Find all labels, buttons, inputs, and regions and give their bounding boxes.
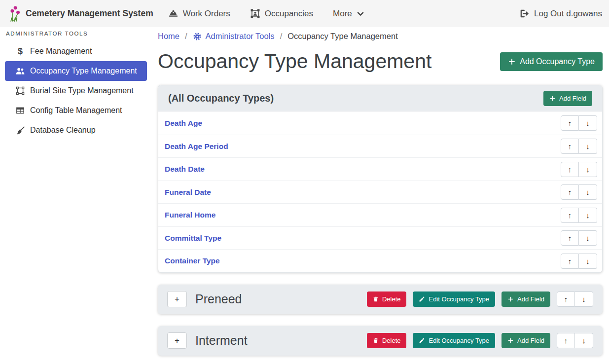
top-navbar: Cemetery Management System Work Orders xyxy=(0,0,609,27)
edit-occupancy-type-label: Edit Occupancy Type xyxy=(429,337,489,344)
section-actions: Delete Edit Occupancy Type Add Field ↑ xyxy=(367,291,593,307)
add-field-button[interactable]: Add Field xyxy=(502,291,550,307)
move-down-button[interactable]: ↓ xyxy=(579,184,597,200)
sidebar-item-label: Occupancy Type Management xyxy=(30,67,137,75)
logout-button[interactable]: Log Out d.gowans xyxy=(519,8,602,19)
move-down-button[interactable]: ↓ xyxy=(579,254,597,269)
plus-icon xyxy=(549,95,556,102)
arrow-up-icon: ↑ xyxy=(568,211,572,219)
broom-icon xyxy=(15,126,26,135)
dollar-icon: $ xyxy=(15,47,26,56)
navbar-right: Log Out d.gowans xyxy=(519,8,602,19)
move-up-button[interactable]: ↑ xyxy=(561,115,579,131)
field-link[interactable]: Container Type xyxy=(165,256,220,265)
plus-icon xyxy=(508,58,516,66)
app-brand[interactable]: Cemetery Management System xyxy=(7,5,153,22)
vector-square-icon xyxy=(15,86,26,95)
move-down-button[interactable]: ↓ xyxy=(579,162,597,177)
move-up-button[interactable]: ↑ xyxy=(557,333,575,348)
move-down-button[interactable]: ↓ xyxy=(579,139,597,154)
reorder-button-group: ↑ ↓ xyxy=(561,139,597,154)
move-up-button[interactable]: ↑ xyxy=(561,230,579,246)
nav-item-label: Work Orders xyxy=(183,9,230,19)
gear-icon xyxy=(193,32,202,41)
sidebar-item-database-cleanup[interactable]: Database Cleanup xyxy=(5,120,147,140)
add-field-button[interactable]: Add Field xyxy=(502,333,550,348)
move-up-button[interactable]: ↑ xyxy=(561,139,579,154)
edit-occupancy-type-button[interactable]: Edit Occupancy Type xyxy=(413,333,495,348)
move-up-button[interactable]: ↑ xyxy=(561,184,579,200)
move-down-button[interactable]: ↓ xyxy=(579,115,597,131)
field-link[interactable]: Committal Type xyxy=(165,234,221,243)
main-content: Home / Administrator Tools / Occupancy T… xyxy=(153,27,609,364)
expand-button[interactable]: + xyxy=(167,291,187,307)
delete-button[interactable]: Delete xyxy=(367,333,407,348)
sidebar: ADMINISTRATOR TOOLS $ Fee Management Occ… xyxy=(0,27,153,364)
pencil-icon xyxy=(419,337,425,344)
arrow-down-icon: ↓ xyxy=(582,295,586,303)
arrow-down-icon: ↓ xyxy=(586,211,590,219)
arrow-up-icon: ↑ xyxy=(568,165,572,174)
delete-label: Delete xyxy=(382,295,401,303)
arrow-up-icon: ↑ xyxy=(564,295,568,303)
move-down-button[interactable]: ↓ xyxy=(579,208,597,223)
arrow-up-icon: ↑ xyxy=(568,119,572,127)
sections-container: + Preneed Delete Edit xyxy=(158,285,603,356)
arrow-down-icon: ↓ xyxy=(586,234,590,242)
move-down-button[interactable]: ↓ xyxy=(575,291,593,307)
sidebar-item-config-table-management[interactable]: Config Table Management xyxy=(5,101,147,120)
reorder-button-group: ↑ ↓ xyxy=(557,291,593,307)
arrow-down-icon: ↓ xyxy=(586,188,590,196)
trash-icon xyxy=(373,337,379,344)
move-down-button[interactable]: ↓ xyxy=(579,230,597,246)
arrow-down-icon: ↓ xyxy=(586,119,590,127)
arrow-up-icon: ↑ xyxy=(568,188,572,196)
nav-item-occupancies[interactable]: Occupancies xyxy=(250,8,313,19)
field-row: Death Date ↑ ↓ xyxy=(158,157,602,181)
field-link[interactable]: Death Age xyxy=(165,119,202,128)
field-link[interactable]: Funeral Home xyxy=(165,211,215,219)
edit-occupancy-type-button[interactable]: Edit Occupancy Type xyxy=(413,291,495,307)
add-field-label: Add Field xyxy=(517,295,544,303)
expand-button[interactable]: + xyxy=(167,332,187,349)
move-up-button[interactable]: ↑ xyxy=(561,254,579,269)
add-field-button[interactable]: Add Field xyxy=(543,91,592,106)
reorder-button-group: ↑ ↓ xyxy=(561,254,597,269)
move-up-button[interactable]: ↑ xyxy=(561,208,579,223)
breadcrumb: Home / Administrator Tools / Occupancy T… xyxy=(158,32,603,41)
sidebar-item-fee-management[interactable]: $ Fee Management xyxy=(5,41,147,61)
plus-icon xyxy=(507,296,514,302)
sidebar-item-label: Config Table Management xyxy=(30,106,122,115)
table-icon xyxy=(15,107,26,114)
sidebar-item-burial-site-type-management[interactable]: Burial Site Type Management xyxy=(5,81,147,101)
arrow-up-icon: ↑ xyxy=(568,234,572,242)
delete-button[interactable]: Delete xyxy=(367,291,407,307)
breadcrumb-admin-tools-link[interactable]: Administrator Tools xyxy=(193,32,275,41)
move-down-button[interactable]: ↓ xyxy=(575,333,593,348)
move-up-button[interactable]: ↑ xyxy=(561,162,579,177)
frame-user-icon xyxy=(250,8,260,19)
breadcrumb-home-link[interactable]: Home xyxy=(158,32,179,41)
add-occupancy-type-button[interactable]: Add Occupancy Type xyxy=(500,52,603,71)
occupancy-type-section: + Preneed Delete Edit xyxy=(158,285,603,314)
field-link[interactable]: Death Date xyxy=(165,165,205,174)
breadcrumb-separator: / xyxy=(185,32,187,41)
field-link[interactable]: Death Age Period xyxy=(165,142,228,151)
hard-hat-icon xyxy=(168,8,179,19)
nav-item-work-orders[interactable]: Work Orders xyxy=(168,8,230,19)
arrow-up-icon: ↑ xyxy=(568,257,572,265)
reorder-button-group: ↑ ↓ xyxy=(561,184,597,200)
app-title: Cemetery Management System xyxy=(26,8,153,19)
plus-icon xyxy=(507,337,514,344)
breadcrumb-label: Administrator Tools xyxy=(206,32,275,41)
field-link[interactable]: Funeral Date xyxy=(165,188,211,197)
occupancy-type-section: + Interment Delete Edi xyxy=(158,326,603,356)
arrow-down-icon: ↓ xyxy=(582,336,586,345)
nav-item-more[interactable]: More xyxy=(333,9,364,19)
trash-icon xyxy=(373,296,379,302)
sidebar-item-occupancy-type-management[interactable]: Occupancy Type Management xyxy=(5,61,147,81)
logout-label: Log Out d.gowans xyxy=(534,9,602,19)
move-up-button[interactable]: ↑ xyxy=(557,291,575,307)
pencil-icon xyxy=(419,296,425,302)
reorder-button-group: ↑ ↓ xyxy=(561,208,597,223)
